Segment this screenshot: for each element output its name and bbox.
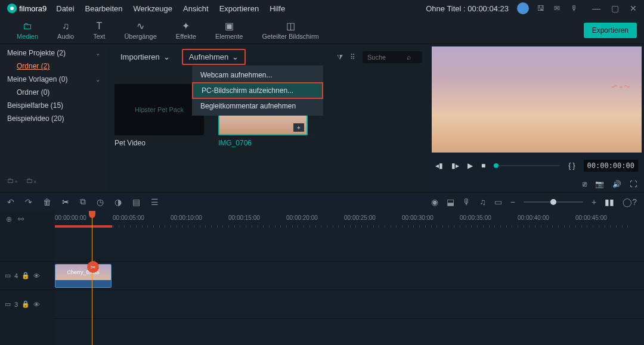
chevron-down-icon: ⌄	[95, 76, 100, 83]
search-box[interactable]: ⌕	[363, 51, 422, 63]
export-button[interactable]: Exportieren	[584, 23, 637, 38]
playhead[interactable]	[92, 211, 92, 345]
markers-button[interactable]: { }	[568, 161, 575, 170]
menu-edit[interactable]: Bearbeiten	[85, 4, 123, 13]
delete-folder-icon[interactable]: 🗀ₓ	[26, 176, 37, 187]
zoom-out-button[interactable]: −	[510, 197, 515, 207]
record-button[interactable]: ◉	[431, 197, 438, 207]
speed-button[interactable]: ◷	[97, 197, 104, 207]
fullscreen-icon[interactable]: ⛶	[630, 180, 637, 188]
greenscreen-button[interactable]: ▤	[132, 197, 140, 207]
tab-elements[interactable]: ▣ Elemente	[206, 18, 252, 42]
redo-button[interactable]: ↷	[25, 197, 32, 207]
tab-split[interactable]: ◫ Geteilter Bildschirm	[252, 18, 328, 42]
cut-indicator[interactable]: ✂	[87, 261, 99, 273]
add-folder-icon[interactable]: 🗀₊	[7, 176, 18, 187]
visibility-icon[interactable]: 👁	[33, 301, 40, 308]
prev-frame-button[interactable]: ◂▮	[435, 161, 443, 170]
visibility-icon[interactable]: 👁	[33, 272, 40, 279]
chevron-down-icon: ⌄	[95, 50, 100, 57]
undo-button[interactable]: ↶	[7, 197, 14, 207]
project-sidebar: Meine Projekte (2) ⌄ Ordner (2) Meine Vo…	[0, 44, 107, 192]
timeline-clip[interactable]: Cherry_Bloss	[55, 264, 112, 288]
mail-icon[interactable]: ✉	[554, 4, 562, 13]
sidebar-item-templates[interactable]: Meine Vorlagen (0) ⌄	[0, 73, 107, 86]
menu-export[interactable]: Exportieren	[219, 4, 259, 13]
menu-help[interactable]: Hilfe	[270, 4, 285, 13]
tab-transitions[interactable]: ∿ Übergänge	[114, 18, 166, 42]
track-header-4[interactable]: ▭ 4 🔒 👁	[0, 261, 55, 290]
search-input[interactable]	[367, 54, 403, 61]
music-icon: ♫	[62, 21, 69, 32]
play-button[interactable]: ▶	[467, 161, 473, 170]
track-row-4[interactable]: Cherry_Bloss	[55, 261, 644, 290]
lock-icon[interactable]: 🔒	[21, 272, 30, 279]
record-voiceover-item[interactable]: Begleitkommentar aufnehmen	[192, 99, 323, 113]
help-icon[interactable]: ◯?	[623, 197, 637, 207]
preview-video[interactable]: ˶ᵔ ᵕ ᵔ˶	[432, 46, 642, 153]
image-icon: ▣	[225, 21, 234, 32]
tab-media[interactable]: 🗀 Medien	[7, 18, 48, 42]
preview-time: 00:00:00:00	[584, 160, 638, 172]
snapshot-icon[interactable]: 📷	[595, 180, 604, 188]
user-avatar[interactable]	[517, 2, 529, 14]
zoom-in-button[interactable]: +	[592, 197, 596, 207]
stop-button[interactable]: ■	[481, 161, 485, 170]
overlay-face: ˶ᵔ ᵕ ᵔ˶	[612, 83, 630, 92]
grid-icon[interactable]: ⠿	[350, 53, 355, 61]
mic-icon[interactable]: 🎙	[571, 4, 579, 13]
link-icon[interactable]: ⚯	[18, 215, 24, 223]
mixer-button[interactable]: ♫	[479, 197, 486, 207]
close-button[interactable]: ✕	[630, 4, 637, 13]
render-button[interactable]: ▭	[494, 197, 502, 207]
minimize-button[interactable]: —	[592, 4, 600, 13]
menu-view[interactable]: Ansicht	[183, 4, 209, 13]
media-item[interactable]: Hipster Pet Pack Pet Video	[114, 84, 204, 147]
chevron-down-icon: ⌄	[163, 52, 170, 61]
cut-button[interactable]: ✂	[62, 197, 69, 207]
tab-effects[interactable]: ✦ Effekte	[166, 18, 206, 42]
next-frame-button[interactable]: ▮▸	[451, 161, 459, 170]
sparkle-icon: ✦	[182, 21, 190, 32]
adjust-button[interactable]: ☰	[151, 197, 159, 207]
sidebar-item-samplevideo[interactable]: Beispielvideo (20)	[0, 112, 107, 125]
sidebar-item-projects[interactable]: Meine Projekte (2) ⌄	[0, 46, 107, 60]
crop-button[interactable]: ⧉	[80, 197, 86, 207]
fit-button[interactable]: ▮▮	[605, 197, 614, 207]
timeline-body[interactable]: 00:00:00:0000:00:05:0000:00:10:0000:00:1…	[55, 211, 644, 345]
add-track-icon[interactable]: ⊕	[6, 215, 12, 223]
add-to-timeline-icon[interactable]: +	[293, 123, 304, 132]
color-button[interactable]: ◑	[114, 197, 122, 207]
wave-icon: ∿	[137, 21, 144, 32]
track-header-3[interactable]: ▭ 3 🔒 👁	[0, 290, 55, 318]
tab-text[interactable]: T Text	[83, 18, 114, 42]
lock-icon[interactable]: 🔒	[21, 300, 30, 308]
record-screen-item[interactable]: PC-Bildschirm aufzeichnen...	[192, 82, 323, 99]
import-dropdown[interactable]: Importieren ⌄	[114, 50, 176, 64]
maximize-button[interactable]: ▢	[611, 4, 619, 13]
menu-file[interactable]: Datei	[56, 4, 74, 13]
panel-tabs: 🗀 Medien ♫ Audio T Text ∿ Übergänge ✦ Ef…	[0, 17, 644, 44]
sidebar-item-samplecolor[interactable]: Beispielfarbe (15)	[0, 99, 107, 112]
track-row[interactable]	[55, 318, 644, 345]
timeline-ruler[interactable]: 00:00:00:0000:00:05:0000:00:10:0000:00:1…	[55, 211, 644, 228]
track-row[interactable]	[55, 228, 644, 261]
main-menu: Datei Bearbeiten Werkzeuge Ansicht Expor…	[56, 4, 285, 13]
track-row-3[interactable]	[55, 290, 644, 318]
volume-icon[interactable]: 🔊	[612, 180, 621, 188]
sidebar-item-folder-0[interactable]: Ordner (0)	[0, 86, 107, 99]
sidebar-item-folder-2[interactable]: Ordner (2)	[0, 60, 107, 73]
quality-icon[interactable]: ⎚	[583, 180, 587, 188]
record-dropdown[interactable]: Aufnehmen ⌄	[182, 49, 246, 65]
record-webcam-item[interactable]: Webcam aufnehmen...	[192, 68, 323, 82]
save-icon[interactable]: 🖫	[537, 4, 546, 13]
tab-audio[interactable]: ♫ Audio	[48, 18, 83, 42]
voice-button[interactable]: 🎙	[463, 197, 471, 207]
zoom-slider[interactable]	[524, 201, 583, 203]
filter-icon[interactable]: ⧩	[337, 53, 343, 61]
progress-bar[interactable]	[494, 165, 560, 166]
marker-button[interactable]: ⬓	[447, 197, 454, 207]
delete-button[interactable]: 🗑	[43, 197, 51, 207]
menu-tools[interactable]: Werkzeuge	[134, 4, 173, 13]
video-track-icon: ▭	[5, 272, 11, 279]
